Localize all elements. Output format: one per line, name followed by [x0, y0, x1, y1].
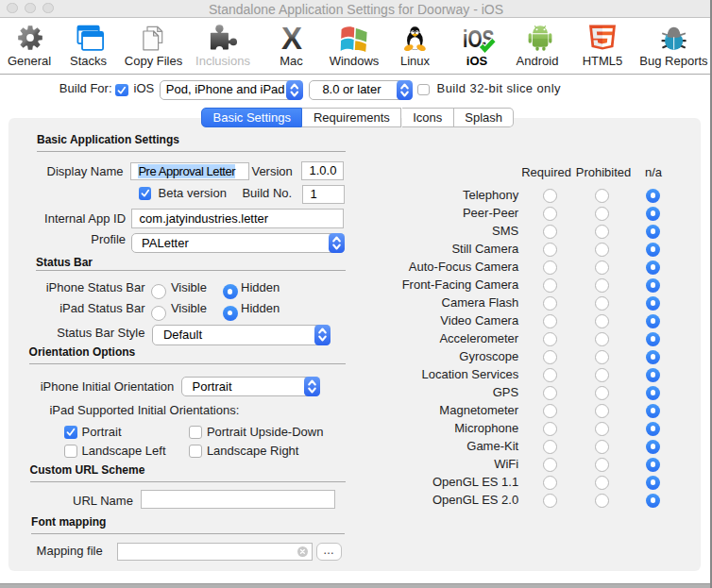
svg-text:X: X: [281, 24, 302, 52]
